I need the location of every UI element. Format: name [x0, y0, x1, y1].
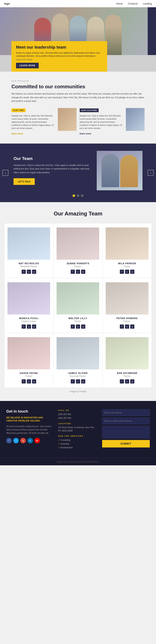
- team-card-james: JAMES OLIVER Associate Partner f y g: [53, 333, 103, 388]
- facebook-icon[interactable]: f: [71, 270, 75, 274]
- service-1: ✓ Consulting: [58, 438, 98, 442]
- facebook-icon[interactable]: f: [120, 270, 124, 274]
- team-name-james: JAMES OLIVER: [57, 372, 99, 374]
- footer-twitter-icon[interactable]: t: [13, 438, 19, 443]
- twitter-icon[interactable]: y: [76, 324, 80, 329]
- service-2: ✓ Coaching: [58, 442, 98, 446]
- nav-contacts[interactable]: Contacts: [128, 2, 138, 5]
- team-social-nat: f y g: [8, 270, 50, 274]
- facebook-icon[interactable]: f: [120, 379, 124, 384]
- twitter-icon[interactable]: y: [76, 270, 80, 274]
- google-icon[interactable]: g: [81, 270, 85, 274]
- team-social-sasha: f y g: [8, 379, 50, 384]
- twitter-icon[interactable]: y: [125, 379, 129, 384]
- team-photo-sasha: [8, 337, 50, 369]
- google-icon[interactable]: g: [32, 324, 36, 329]
- twitter-icon[interactable]: y: [76, 379, 80, 384]
- dot-3[interactable]: [81, 194, 83, 197]
- submit-button[interactable]: SUBMIT: [102, 440, 150, 448]
- team-social-peter: f y g: [106, 324, 148, 329]
- footer-facebook-icon[interactable]: f: [6, 438, 12, 443]
- name-input[interactable]: [102, 409, 150, 416]
- footer-google-icon[interactable]: g: [20, 438, 26, 443]
- services-label: OUR TOP SERVICES: [58, 435, 98, 437]
- team-photo-nat: [8, 228, 50, 260]
- footer-youtube-icon[interactable]: ▶: [35, 438, 40, 443]
- our-culture-text: Sample text. Click to select the Text El…: [80, 114, 124, 130]
- lets-talk-button[interactable]: LET'S TALK: [14, 178, 35, 185]
- slider-next-button[interactable]: ›: [148, 170, 153, 176]
- hero-description: Auctor eu augue ut lectus arcu. Sit amet…: [16, 51, 103, 58]
- team-role-sasha: Partner: [8, 375, 50, 377]
- twitter-icon[interactable]: y: [125, 324, 129, 329]
- google-icon[interactable]: g: [32, 270, 36, 274]
- nav-landing[interactable]: Landing: [143, 2, 152, 5]
- google-icon[interactable]: g: [130, 270, 134, 274]
- team-card-nat: NAT REYNOLDS Worldwide Partner f y g: [4, 223, 53, 278]
- dot-1[interactable]: [73, 194, 75, 197]
- footer-about: Sit amet consectetur adipiscing elit - Q…: [6, 425, 54, 435]
- facebook-icon[interactable]: f: [22, 379, 26, 384]
- google-icon[interactable]: g: [32, 379, 36, 384]
- promise-section: OUR PROMISE Committed to our communities…: [0, 72, 156, 144]
- team-photo-james: [57, 337, 99, 369]
- team-social-mila: f y g: [106, 270, 148, 274]
- team-role-mila: Partner: [106, 265, 148, 268]
- team-grid: NAT REYNOLDS Worldwide Partner f y g JEN…: [4, 223, 152, 388]
- service-3: ✓ Development: [58, 446, 98, 450]
- twitter-icon[interactable]: y: [27, 324, 31, 329]
- navigation: logo Home Contacts Landing: [0, 0, 156, 7]
- twitter-icon[interactable]: y: [27, 379, 31, 384]
- team-row-3: SASHA PAYNE Partner f y g JAMES OLIVER A…: [4, 333, 152, 388]
- learn-more-button[interactable]: LEARN MORE: [16, 63, 39, 68]
- team-photo-jennie: [57, 228, 99, 260]
- facebook-icon[interactable]: f: [120, 324, 124, 329]
- team-name-walter: WALTER LILLY: [57, 317, 99, 320]
- team-name-mila: MILA PARKER: [106, 262, 148, 265]
- message-input[interactable]: [102, 426, 150, 438]
- hero-section: Meet our leadership team Auctor eu augue…: [0, 7, 156, 72]
- twitter-icon[interactable]: y: [125, 270, 129, 274]
- google-icon[interactable]: g: [81, 324, 85, 329]
- our-time-link[interactable]: learn more: [12, 132, 23, 135]
- google-icon[interactable]: g: [130, 379, 134, 384]
- slider-dots: [4, 194, 152, 197]
- bottom-bar: Sample text. Click to select the Text El…: [0, 458, 156, 465]
- team-name-ann: ANN RICHMOND: [106, 372, 148, 374]
- nav-home[interactable]: Home: [116, 2, 123, 5]
- facebook-icon[interactable]: f: [71, 379, 75, 384]
- dark-side-bar: [148, 7, 156, 55]
- google-icon[interactable]: g: [130, 324, 134, 329]
- our-culture-link[interactable]: learn more: [80, 132, 91, 135]
- team-card-monica: MONICA POULI Creative Leader f y g: [4, 278, 53, 333]
- google-icon[interactable]: g: [81, 379, 85, 384]
- footer-social-icons: f t g in ▶: [6, 438, 54, 443]
- team-role-james: Associate Partner: [57, 375, 99, 377]
- hero-title: Meet our leadership team: [16, 45, 103, 50]
- facebook-icon[interactable]: f: [71, 324, 75, 329]
- call-us-label: CALL US: [58, 409, 98, 411]
- slider-image: [97, 151, 142, 190]
- logo: logo: [4, 2, 10, 5]
- team-name-monica: MONICA POULI: [8, 317, 50, 320]
- footer-title: Get in touch: [6, 409, 54, 414]
- team-role-jennie: Partner: [57, 265, 99, 268]
- promise-description: We believe our social mission and busine…: [12, 92, 144, 103]
- dot-2[interactable]: [77, 194, 79, 197]
- email-input[interactable]: [102, 418, 150, 424]
- team-row-2: MONICA POULI Creative Leader f y g WALTE…: [4, 278, 152, 333]
- team-card-sasha: SASHA PAYNE Partner f y g: [4, 333, 53, 388]
- team-role-monica: Creative Leader: [8, 320, 50, 322]
- team-photo-mila: [106, 228, 148, 260]
- team-name-peter: PETER HOWARD: [106, 317, 148, 320]
- hero-text-box: Meet our leadership team Auctor eu augue…: [12, 41, 107, 72]
- facebook-icon[interactable]: f: [22, 324, 26, 329]
- team-card-walter: WALTER LILLY Partner f y g: [53, 278, 103, 333]
- team-section: Our Amazing Team NAT REYNOLDS Worldwide …: [0, 202, 156, 401]
- team-role-ann: Partner: [106, 375, 148, 377]
- slider-prev-button[interactable]: ‹: [3, 170, 8, 176]
- twitter-icon[interactable]: y: [27, 270, 31, 274]
- footer-linkedin-icon[interactable]: in: [28, 438, 33, 443]
- facebook-icon[interactable]: f: [22, 270, 26, 274]
- address: 121 Rock Street, 21 Avenue, New York, NY…: [58, 426, 98, 432]
